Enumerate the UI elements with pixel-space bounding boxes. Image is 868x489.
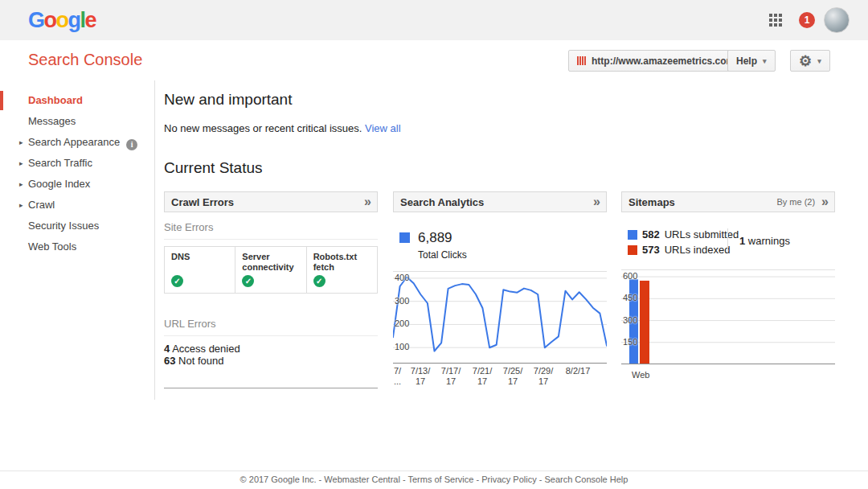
crawl-errors-title: Crawl Errors — [171, 196, 234, 208]
sidebar-item-label: Search Traffic — [28, 157, 92, 169]
avatar[interactable] — [824, 7, 850, 33]
panel-divider — [164, 388, 378, 388]
legend-count: 573 — [642, 244, 660, 256]
search-analytics-panel: Search Analytics » 6,889 Total Clicks 10… — [393, 191, 607, 392]
info-icon[interactable]: i — [126, 139, 137, 150]
sidebar-item-search-appearance[interactable]: ▸Search Appearancei — [0, 132, 154, 153]
legend-swatch-blue — [399, 232, 410, 243]
apps-grid-icon[interactable] — [769, 14, 783, 27]
sidebar-item-google-index[interactable]: ▸Google Index — [0, 174, 154, 195]
y-axis-tick-label: 150 — [623, 337, 637, 347]
legend-swatch — [628, 245, 637, 255]
site-errors-table: DNS✓Server connectivity✓Robots.txt fetch… — [164, 246, 378, 294]
sidebar-item-label: Security Issues — [28, 220, 99, 232]
sidebar-item-web-tools[interactable]: Web Tools — [0, 236, 154, 257]
current-status-heading: Current Status — [164, 159, 263, 177]
site-check-label: Server connectivity — [242, 252, 299, 273]
double-chevron-icon[interactable]: » — [364, 195, 371, 209]
sidebar-item-search-traffic[interactable]: ▸Search Traffic — [0, 153, 154, 174]
sidebar-item-messages[interactable]: Messages — [0, 111, 154, 132]
logo-letter: o — [56, 8, 68, 32]
crawl-errors-panel: Crawl Errors » Site Errors DNS✓Server co… — [164, 191, 378, 392]
site-check-cell[interactable]: Robots.txt fetch✓ — [307, 247, 377, 293]
x-axis-tick-label: 7/13/17 — [404, 366, 436, 387]
url-errors-label: URL Errors — [164, 318, 378, 336]
sitemaps-panel: Sitemaps By me (2) » 582URLs submitted57… — [621, 191, 835, 392]
sidebar-item-label: Messages — [28, 115, 76, 127]
sitemaps-header[interactable]: Sitemaps By me (2) » — [621, 191, 835, 212]
property-bars-icon — [577, 56, 586, 65]
sidebar-item-label: Crawl — [28, 199, 55, 211]
urls-bar-chart[interactable]: 150300450600 — [621, 269, 835, 364]
url-error-row[interactable]: 4 Access denied — [164, 343, 378, 355]
sidebar-item-label: Search Appearance — [28, 136, 120, 148]
expand-triangle-icon[interactable]: ▸ — [19, 195, 23, 216]
x-axis-tick-label: 7/17/17 — [435, 366, 467, 387]
y-axis-tick-label: 300 — [395, 296, 409, 306]
expand-triangle-icon[interactable]: ▸ — [19, 174, 23, 195]
y-axis-tick-label: 300 — [623, 315, 637, 326]
footer-link-privacy-policy[interactable]: Privacy Policy — [481, 475, 536, 484]
settings-button[interactable]: ⚙︎ ▾ — [790, 50, 830, 72]
gear-icon: ⚙︎ — [799, 54, 812, 68]
footer-link-terms-of-service[interactable]: Terms of Service — [407, 475, 473, 484]
warnings-count: 1 — [739, 235, 745, 247]
help-label: Help — [736, 55, 757, 67]
double-chevron-icon[interactable]: » — [821, 195, 828, 209]
site-check-label: Robots.txt fetch — [313, 252, 371, 273]
view-all-link[interactable]: View all — [365, 122, 401, 134]
total-clicks-value: 6,889 — [418, 230, 467, 246]
total-clicks-label: Total Clicks — [418, 249, 467, 261]
logo-letter: g — [68, 8, 80, 32]
site-errors-label: Site Errors — [164, 221, 378, 240]
footer-link-search-console-help[interactable]: Search Console Help — [544, 475, 628, 484]
sitemaps-legend: 582URLs submitted573URLs indexed — [628, 228, 835, 256]
sitemaps-legend-row: 582URLs submitted — [628, 228, 835, 240]
sidebar-item-dashboard[interactable]: Dashboard — [0, 90, 154, 111]
url-error-row[interactable]: 63 Not found — [164, 355, 378, 367]
site-check-cell[interactable]: DNS✓ — [165, 247, 235, 293]
sitemaps-title: Sitemaps — [628, 196, 675, 208]
line-chart-x-axis: 7/...7/13/177/17/177/21/177/25/177/29/17… — [393, 366, 607, 390]
footer-copyright: © 2017 Google Inc. — [240, 475, 317, 484]
warnings-text: 1 warnings — [739, 235, 790, 247]
x-axis-tick-label: 7/21/17 — [466, 366, 498, 387]
site-check-label: DNS — [171, 252, 228, 273]
property-url: http://www.amazeemetrics.com/ — [592, 55, 738, 67]
site-check-cell[interactable]: Server connectivity✓ — [235, 247, 306, 293]
legend-divider — [727, 228, 728, 253]
logo-letter: o — [44, 8, 56, 32]
messages-status-line: No new messages or recent critical issue… — [164, 122, 401, 134]
url-error-count: 63 — [164, 355, 175, 367]
sitemaps-legend-row: 573URLs indexed — [628, 244, 835, 256]
clicks-line-chart[interactable]: 100200300400 — [393, 271, 607, 364]
sidebar-item-crawl[interactable]: ▸Crawl — [0, 195, 154, 216]
expand-triangle-icon[interactable]: ▸ — [19, 153, 23, 174]
crawl-errors-header[interactable]: Crawl Errors » — [164, 191, 378, 212]
no-messages-text: No new messages or recent critical issue… — [164, 122, 362, 134]
sidebar: DashboardMessages▸Search Appearancei▸Sea… — [0, 80, 155, 400]
bar-chart-category-label: Web — [632, 370, 649, 380]
help-button[interactable]: Help ▾ — [727, 50, 776, 72]
check-ok-icon: ✓ — [313, 275, 326, 287]
y-axis-tick-label: 100 — [395, 342, 409, 352]
double-chevron-icon[interactable]: » — [593, 195, 600, 209]
url-error-count: 4 — [164, 343, 170, 355]
x-axis-tick-label: 7/29/17 — [527, 366, 559, 387]
y-axis-tick-label: 450 — [623, 293, 637, 303]
notification-badge[interactable]: 1 — [799, 12, 815, 28]
expand-triangle-icon[interactable]: ▸ — [19, 132, 23, 153]
x-axis-tick-label: 8/2/17 — [562, 366, 594, 376]
chevron-down-icon: ▾ — [817, 57, 821, 65]
legend-swatch — [628, 230, 637, 240]
google-logo[interactable]: Google — [28, 8, 96, 33]
total-clicks-legend: 6,889 Total Clicks — [399, 230, 607, 261]
footer-link-webmaster-central[interactable]: Webmaster Central — [324, 475, 400, 484]
y-axis-tick-label: 600 — [623, 271, 637, 281]
page-title: Search Console — [28, 51, 142, 69]
sidebar-item-security-issues[interactable]: Security Issues — [0, 216, 154, 236]
sidebar-item-label: Dashboard — [28, 94, 83, 106]
y-axis-tick-label: 400 — [395, 273, 409, 283]
sidebar-item-label: Web Tools — [28, 240, 76, 253]
search-analytics-header[interactable]: Search Analytics » — [393, 191, 607, 212]
